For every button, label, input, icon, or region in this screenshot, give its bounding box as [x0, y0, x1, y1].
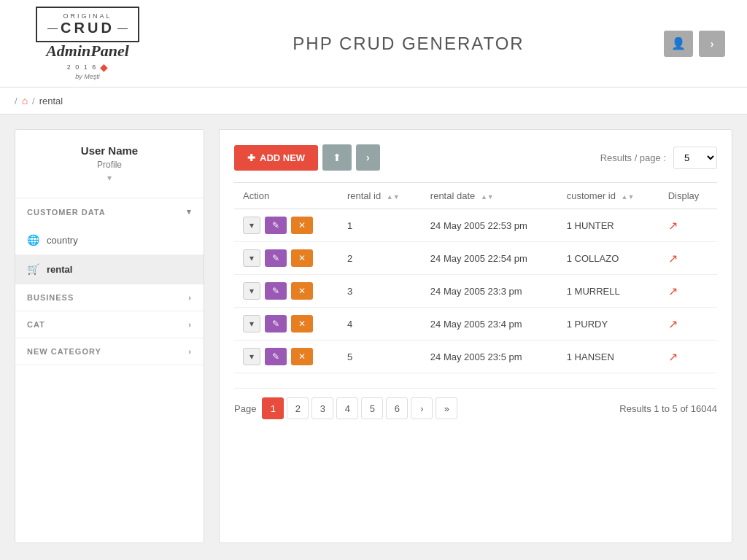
row-view-btn-2[interactable]: ↗ [668, 284, 678, 298]
rental-date-cell-4: 24 May 2005 23:5 pm [422, 341, 558, 373]
main-container: User Name Profile ▾ CUSTOMER DATA ▾ 🌐 co… [0, 114, 747, 558]
toolbar-right: Results / page : 5 10 25 50 [600, 147, 717, 169]
more-button[interactable]: › [356, 144, 380, 171]
sort-arrows-customer-id: ▲▼ [622, 193, 635, 201]
rental-id-cell-2: 3 [338, 275, 422, 308]
customer-id-cell-3: 1 PURDY [558, 308, 659, 341]
page-btn-last[interactable]: » [436, 397, 457, 419]
row-delete-btn-3[interactable]: ✕ [291, 315, 313, 332]
rental-id-cell-0: 1 [338, 209, 422, 242]
export-button[interactable]: ⬆ [322, 144, 352, 171]
sidebar-user-chevron: ▾ [30, 173, 189, 183]
logo-name: AdminPanel [46, 42, 129, 60]
logo-crud-text: CRUD [61, 20, 115, 36]
row-dropdown-btn-0[interactable]: ▾ [243, 217, 260, 234]
sidebar-section-label-customer-data: CUSTOMER DATA [27, 208, 106, 217]
logo-admin: Admin [46, 42, 90, 60]
logo-panel: Panel [90, 42, 129, 60]
results-per-page-label: Results / page : [600, 152, 666, 163]
table-row: ▾ ✎ ✕ 5 24 May 2005 23:5 pm 1 HANSEN ↗ [234, 341, 717, 373]
pagination-bar: Page 1 2 3 4 5 6 › » Results 1 to 5 of 1… [234, 388, 717, 419]
row-dropdown-btn-4[interactable]: ▾ [243, 348, 260, 365]
display-cell-1: ↗ [659, 242, 717, 275]
row-delete-btn-4[interactable]: ✕ [291, 348, 313, 365]
breadcrumb-sep1: / [15, 96, 18, 106]
logo-by: by Meşti [75, 73, 100, 80]
row-edit-btn-3[interactable]: ✎ [265, 315, 287, 332]
page-btn-next[interactable]: › [411, 397, 433, 419]
col-rental-date[interactable]: rental date ▲▼ [422, 183, 558, 209]
page-btn-3[interactable]: 3 [311, 397, 333, 419]
chevron-right-icon-business: › [188, 293, 192, 302]
plus-icon: ✚ [247, 152, 255, 163]
row-delete-btn-0[interactable]: ✕ [291, 217, 313, 234]
table-row: ▾ ✎ ✕ 3 24 May 2005 23:3 pm 1 MURRELL ↗ [234, 275, 717, 308]
sidebar-section-header-new-category[interactable]: NEW CATEGORY › [15, 338, 204, 365]
row-view-btn-4[interactable]: ↗ [668, 350, 678, 364]
row-dropdown-btn-1[interactable]: ▾ [243, 249, 260, 267]
row-edit-btn-0[interactable]: ✎ [265, 217, 287, 234]
display-cell-0: ↗ [659, 209, 717, 242]
page-btn-1[interactable]: 1 [262, 397, 284, 419]
col-display: Display [659, 183, 717, 209]
globe-icon: 🌐 [27, 234, 39, 246]
breadcrumb-current: rental [39, 96, 63, 106]
table-header-row: Action rental id ▲▼ rental date ▲▼ custo… [234, 183, 717, 209]
breadcrumb-sep2: / [32, 96, 35, 106]
main-content: ✚ ADD NEW ⬆ › Results / page : 5 10 25 5… [219, 129, 732, 543]
sidebar-item-rental[interactable]: 🛒 rental [15, 254, 204, 284]
cart-icon: 🛒 [27, 263, 39, 275]
customer-id-cell-2: 1 MURRELL [558, 275, 659, 308]
row-dropdown-btn-3[interactable]: ▾ [243, 315, 260, 332]
sidebar-section-header-cat[interactable]: CAT › [15, 311, 204, 338]
sidebar-section-label-business: BUSINESS [27, 293, 74, 302]
logo-bottom: 2 0 1 6 ◆ [67, 61, 109, 73]
page-btn-5[interactable]: 5 [361, 397, 383, 419]
customer-id-cell-0: 1 HUNTER [558, 209, 659, 242]
sidebar-section-cat: CAT › [15, 311, 204, 338]
logo-original: ORIGINAL [47, 12, 128, 20]
row-dropdown-btn-2[interactable]: ▾ [243, 282, 260, 300]
row-edit-btn-1[interactable]: ✎ [265, 249, 287, 267]
sidebar-section-header-customer-data[interactable]: CUSTOMER DATA ▾ [15, 198, 204, 225]
col-rental-id[interactable]: rental id ▲▼ [338, 183, 422, 209]
rental-id-cell-4: 5 [338, 341, 422, 373]
row-delete-btn-2[interactable]: ✕ [291, 282, 313, 300]
row-view-btn-3[interactable]: ↗ [668, 317, 678, 331]
results-per-page-select[interactable]: 5 10 25 50 [673, 147, 717, 169]
row-edit-btn-2[interactable]: ✎ [265, 282, 287, 300]
action-cell-2: ▾ ✎ ✕ [234, 275, 338, 308]
page-label: Page [234, 403, 256, 414]
page-btn-6[interactable]: 6 [386, 397, 408, 419]
content-toolbar: ✚ ADD NEW ⬆ › Results / page : 5 10 25 5… [234, 144, 717, 171]
page-btn-2[interactable]: 2 [287, 397, 309, 419]
logo-diamond-icon: ◆ [100, 61, 108, 73]
sidebar-section-header-business[interactable]: BUSINESS › [15, 284, 204, 311]
sidebar-item-label-country: country [47, 235, 78, 246]
table-row: ▾ ✎ ✕ 4 24 May 2005 23:4 pm 1 PURDY ↗ [234, 308, 717, 341]
logo-dash-right: — [117, 22, 128, 34]
action-cell-0: ▾ ✎ ✕ [234, 209, 338, 242]
add-new-button[interactable]: ✚ ADD NEW [234, 145, 318, 171]
user-menu-button[interactable]: 👤 [664, 31, 693, 57]
add-new-label: ADD NEW [260, 152, 305, 163]
page-btn-4[interactable]: 4 [336, 397, 358, 419]
col-customer-id[interactable]: customer id ▲▼ [558, 183, 659, 209]
chevron-right-more-icon: › [366, 152, 370, 163]
customer-id-cell-4: 1 HANSEN [558, 341, 659, 373]
app-header: ORIGINAL — CRUD — AdminPanel 2 0 1 6 ◆ b… [0, 0, 747, 88]
rental-id-cell-3: 4 [338, 308, 422, 341]
logo-box: ORIGINAL — CRUD — [36, 7, 139, 42]
row-view-btn-1[interactable]: ↗ [668, 252, 678, 265]
row-view-btn-0[interactable]: ↗ [668, 219, 678, 233]
breadcrumb-home-link[interactable]: ⌂ [22, 95, 28, 106]
sidebar-item-label-rental: rental [47, 264, 72, 275]
sidebar-profile: Profile [30, 160, 189, 170]
row-edit-btn-4[interactable]: ✎ [265, 348, 287, 365]
row-delete-btn-1[interactable]: ✕ [291, 249, 313, 267]
sidebar-user-section: User Name Profile ▾ [15, 130, 204, 198]
user-icon: 👤 [671, 36, 686, 50]
sidebar-item-country[interactable]: 🌐 country [15, 225, 204, 254]
header-expand-button[interactable]: › [699, 31, 725, 57]
chevron-right-icon-new-category: › [188, 347, 192, 356]
